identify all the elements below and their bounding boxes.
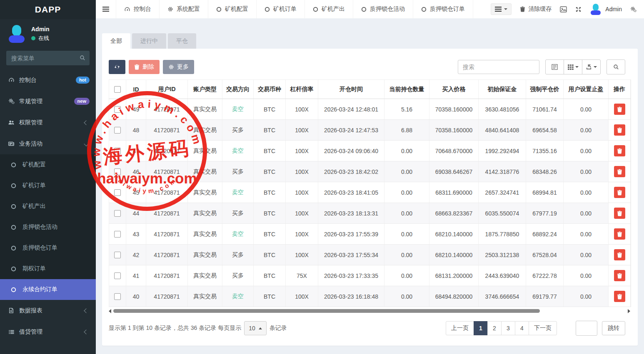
- cogs-icon: [8, 98, 15, 104]
- sidebar-item[interactable]: 权限管理: [0, 112, 96, 133]
- ring-icon: [11, 245, 16, 251]
- scrollbar-thumb[interactable]: [113, 309, 540, 313]
- search-icon: [613, 64, 619, 70]
- sidebar-subitem[interactable]: 矿机订单: [0, 175, 96, 196]
- jump-page-input[interactable]: [576, 321, 597, 336]
- delete-row-button[interactable]: [614, 270, 625, 281]
- cell-buy-price: 68663.823367: [429, 203, 479, 224]
- more-button[interactable]: 更多: [163, 60, 194, 74]
- row-checkbox[interactable]: [114, 106, 121, 113]
- tab-item[interactable]: 平仓: [168, 33, 196, 49]
- page-size-select[interactable]: 10: [244, 321, 267, 335]
- row-checkbox[interactable]: [114, 148, 121, 154]
- sidebar-subitem[interactable]: 期权订单: [0, 258, 96, 279]
- delete-selected-button[interactable]: 删除: [129, 60, 160, 74]
- user-menu[interactable]: Admin: [590, 3, 622, 15]
- topnav-item[interactable]: 矿机配置: [208, 0, 257, 18]
- row-checkbox[interactable]: [114, 252, 121, 258]
- sidebar-item[interactable]: 数据报表: [0, 300, 96, 321]
- page-button[interactable]: 4: [515, 321, 529, 335]
- delete-row-button[interactable]: [614, 228, 625, 240]
- tab-item[interactable]: 全部: [102, 33, 130, 49]
- vertical-scrollbar[interactable]: [631, 79, 631, 307]
- sidebar-subitem[interactable]: 矿机产出: [0, 196, 96, 217]
- cell-force-close-price: 67528.04: [526, 245, 564, 265]
- image-icon[interactable]: [560, 6, 567, 12]
- cell-force-close-price: 69654.58: [526, 120, 564, 141]
- table-row[interactable]: 4241720871真实交易买多BTC100X2026-03-23 17:55:…: [109, 245, 631, 265]
- delete-row-button[interactable]: [614, 124, 625, 136]
- cell-direction: 买多: [222, 120, 254, 141]
- prev-page-button[interactable]: 上一页: [446, 321, 474, 335]
- delete-row-button[interactable]: [614, 145, 625, 156]
- page-button[interactable]: 1: [474, 321, 488, 335]
- table-row[interactable]: 4541720871真实交易卖空BTC100X2026-03-23 18:41:…: [109, 182, 631, 203]
- topnav-item[interactable]: 控制台: [116, 0, 160, 18]
- table-row[interactable]: 4741720871真实交易卖空BTC100X2026-03-24 09:06:…: [109, 141, 631, 161]
- jump-button[interactable]: 跳转: [602, 321, 625, 335]
- nav-collapse-toggle[interactable]: [491, 3, 512, 15]
- sidebar-subitem[interactable]: 质押锁仓活动: [0, 217, 96, 238]
- page-button[interactable]: 2: [487, 321, 502, 335]
- table-row[interactable]: 4141720871真实交易买多BTC75X2026-03-23 17:33:3…: [109, 265, 631, 286]
- export-icon: [586, 64, 592, 70]
- table-row[interactable]: 4641720871真实交易买多BTC100X2026-03-23 18:42:…: [109, 161, 631, 182]
- scroll-left-arrow[interactable]: [109, 309, 111, 313]
- sidebar-item[interactable]: 借贷管理: [0, 321, 96, 342]
- table-row[interactable]: 4841720871真实交易买多BTC100X2026-03-24 12:47:…: [109, 120, 631, 141]
- cell-account-type: 真实交易: [188, 141, 222, 161]
- sidebar-toggle-button[interactable]: [96, 0, 116, 18]
- page-button[interactable]: 3: [501, 321, 515, 335]
- topnav-item[interactable]: 系统配置: [160, 0, 208, 18]
- table-row[interactable]: 4041720871真实交易卖空BTC100X2026-03-23 16:18:…: [109, 286, 631, 307]
- topnav-item[interactable]: 质押锁仓活动: [353, 0, 413, 18]
- export-button[interactable]: [582, 59, 601, 74]
- table-search-input[interactable]: [458, 60, 539, 74]
- delete-row-button[interactable]: [614, 104, 625, 115]
- select-all-checkbox[interactable]: [114, 86, 121, 93]
- delete-row-button[interactable]: [614, 208, 625, 219]
- columns-toggle-button[interactable]: [564, 59, 582, 74]
- row-checkbox[interactable]: [114, 168, 121, 175]
- cell-actions: [609, 120, 631, 141]
- sidebar-item[interactable]: 控制台hot: [0, 69, 96, 91]
- sidebar-subitem[interactable]: 质押锁仓订单: [0, 238, 96, 258]
- scroll-right-arrow[interactable]: [628, 309, 630, 313]
- column-header: 杠杆倍率: [286, 80, 318, 99]
- sidebar-item[interactable]: 业务活动: [0, 133, 96, 154]
- table-row[interactable]: 4941720871真实交易卖空BTC100X2026-03-24 12:48:…: [109, 99, 631, 120]
- sidebar-subitem[interactable]: 永续合约订单: [0, 279, 96, 300]
- next-page-button[interactable]: 下一页: [529, 321, 557, 335]
- topnav-item[interactable]: 矿机订单: [257, 0, 305, 18]
- sidebar-subitem[interactable]: 矿机配置: [0, 154, 96, 175]
- delete-row-button[interactable]: [614, 249, 625, 260]
- topnav-item[interactable]: 矿机产出: [305, 0, 353, 18]
- sidebar-search-input[interactable]: [6, 51, 90, 65]
- row-checkbox[interactable]: [114, 272, 121, 279]
- cell-select: [109, 286, 126, 307]
- delete-row-button[interactable]: [614, 166, 625, 177]
- settings-cogs-icon[interactable]: [630, 6, 637, 12]
- topnav-item[interactable]: 质押锁仓订单: [413, 0, 473, 18]
- row-checkbox[interactable]: [114, 189, 121, 196]
- search-icon[interactable]: [80, 55, 85, 61]
- row-checkbox[interactable]: [114, 210, 121, 217]
- delete-row-button[interactable]: [614, 187, 625, 198]
- tab-item[interactable]: 进行中: [132, 33, 166, 49]
- table-row[interactable]: 4341720871真实交易卖空BTC100X2026-03-23 17:55:…: [109, 224, 631, 245]
- delete-row-button[interactable]: [614, 291, 625, 302]
- row-checkbox[interactable]: [114, 231, 121, 238]
- detail-view-button[interactable]: [545, 59, 564, 74]
- cell-force-close-price: 67222.78: [526, 265, 564, 286]
- clear-cache-button[interactable]: 清除缓存: [520, 5, 552, 13]
- fullscreen-icon[interactable]: [575, 6, 582, 12]
- refresh-button[interactable]: [109, 60, 125, 74]
- sidebar-item[interactable]: 常规管理new: [0, 91, 96, 112]
- cell-actions: [609, 224, 631, 245]
- table-row[interactable]: 4441720871真实交易买多BTC100X2026-03-23 18:13:…: [109, 203, 631, 224]
- search-button[interactable]: [607, 59, 625, 74]
- row-checkbox[interactable]: [114, 293, 121, 300]
- cell-force-close-price: 69179.77: [526, 286, 564, 307]
- row-checkbox[interactable]: [114, 127, 121, 134]
- cell-id: 46: [126, 161, 146, 182]
